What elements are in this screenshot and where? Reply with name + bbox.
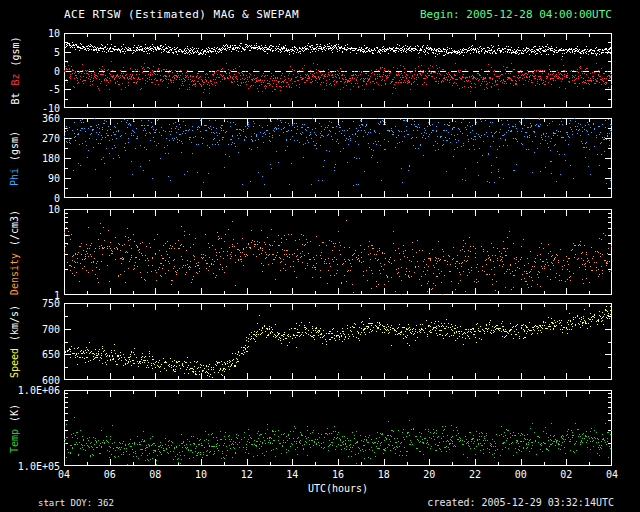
ace-rtsw-plot: ACE RTSW (Estimated) MAG & SWEPAM Begin:… <box>0 0 640 512</box>
speed-panel-canvas <box>64 303 612 380</box>
temp-axis-label: Temp(K) <box>0 390 30 466</box>
x-tick-label: 22 <box>469 469 481 480</box>
y-tick-label: 90 <box>16 173 60 184</box>
x-tick-label: 04 <box>58 469 70 480</box>
temp-panel-canvas <box>64 390 612 466</box>
x-tick-label: 10 <box>195 469 207 480</box>
density-panel-canvas <box>64 209 612 295</box>
y-tick-label: 1.0E+06 <box>16 385 60 396</box>
speed-axis-label: Speed(km/s) <box>0 303 30 380</box>
created-timestamp: created: 2005-12-29 03:32:14UTC <box>427 497 614 508</box>
x-tick-label: 06 <box>104 469 116 480</box>
mag-panel-canvas <box>64 33 612 108</box>
axis-label-part: Density <box>10 252 21 294</box>
density-axis-label: Density(/cm3) <box>0 209 30 295</box>
y-tick-label: 1.0E+05 <box>16 461 60 472</box>
y-tick-label: 700 <box>16 323 60 334</box>
x-tick-label: 16 <box>332 469 344 480</box>
y-tick-label: 0 <box>16 193 60 204</box>
x-tick-label: 18 <box>378 469 390 480</box>
begin-timestamp: Begin: 2005-12-28 04:00:00UTC <box>420 8 612 21</box>
y-tick-label: 650 <box>16 349 60 360</box>
start-doy-label: start DOY: 362 <box>38 498 114 508</box>
x-tick-label: 00 <box>515 469 527 480</box>
y-tick-label: 360 <box>16 113 60 124</box>
axis-label-part: Temp <box>10 428 21 452</box>
y-tick-label: 0 <box>16 65 60 76</box>
y-tick-label: 10 <box>16 204 60 215</box>
y-tick-label: 10 <box>16 28 60 39</box>
x-axis-label: UTC(hours) <box>308 483 368 494</box>
speed-axis-label-text: Speed(km/s) <box>10 305 21 378</box>
x-tick-label: 02 <box>560 469 572 480</box>
x-tick-label: 20 <box>423 469 435 480</box>
y-tick-label: -5 <box>16 84 60 95</box>
x-tick-label: 12 <box>241 469 253 480</box>
axis-label-part: (K) <box>10 403 21 421</box>
x-tick-label: 08 <box>149 469 161 480</box>
temp-axis-label-text: Temp(K) <box>10 403 21 452</box>
y-tick-label: 270 <box>16 133 60 144</box>
axis-label-part: (/cm3) <box>10 209 21 245</box>
y-tick-label: 5 <box>16 46 60 57</box>
density-axis-label-text: Density(/cm3) <box>10 209 21 294</box>
phi-panel-canvas <box>64 118 612 198</box>
page-title: ACE RTSW (Estimated) MAG & SWEPAM <box>64 8 299 21</box>
y-tick-label: 750 <box>16 298 60 309</box>
x-tick-label: 14 <box>286 469 298 480</box>
y-tick-label: 180 <box>16 153 60 164</box>
x-tick-label: 04 <box>606 469 618 480</box>
